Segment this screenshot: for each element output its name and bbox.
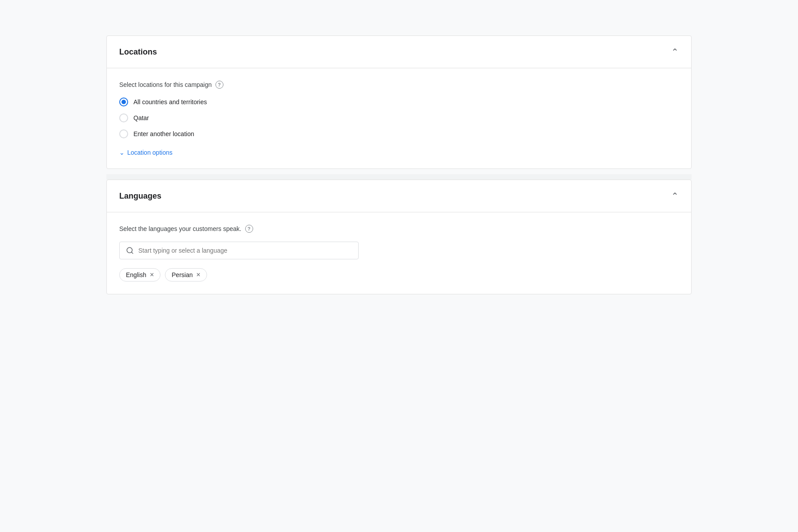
location-options-chevron-icon: ⌄ xyxy=(119,149,125,156)
tag-persian-remove[interactable]: × xyxy=(196,271,200,278)
svg-line-1 xyxy=(131,252,133,253)
languages-section: Languages ⌃ Select the languages your cu… xyxy=(106,180,692,294)
radio-label-all-countries: All countries and territories xyxy=(133,98,207,106)
location-options-link[interactable]: ⌄ Location options xyxy=(119,149,679,156)
radio-option-another-location[interactable]: Enter another location xyxy=(119,129,679,138)
tag-english: English × xyxy=(119,268,160,282)
tag-english-remove[interactable]: × xyxy=(150,271,154,278)
selected-languages-container: English × Persian × xyxy=(119,268,679,282)
section-divider xyxy=(106,174,692,180)
radio-label-qatar: Qatar xyxy=(133,114,149,121)
languages-collapse-icon[interactable]: ⌃ xyxy=(671,191,679,201)
location-radio-group: All countries and territories Qatar Ente… xyxy=(119,98,679,138)
locations-header: Locations ⌃ xyxy=(107,36,691,68)
locations-help-icon[interactable]: ? xyxy=(215,81,223,89)
location-options-label: Location options xyxy=(127,149,172,156)
radio-another-location[interactable] xyxy=(119,129,128,138)
tag-english-label: English xyxy=(126,271,146,278)
languages-header: Languages ⌃ xyxy=(107,180,691,212)
locations-label: Select locations for this campaign ? xyxy=(119,81,679,89)
radio-label-another-location: Enter another location xyxy=(133,130,194,137)
radio-option-qatar[interactable]: Qatar xyxy=(119,113,679,122)
radio-all-countries[interactable] xyxy=(119,98,128,106)
locations-section: Locations ⌃ Select locations for this ca… xyxy=(106,35,692,169)
radio-option-all-countries[interactable]: All countries and territories xyxy=(119,98,679,106)
languages-label: Select the languages your customers spea… xyxy=(119,225,679,233)
tag-persian-label: Persian xyxy=(172,271,192,278)
locations-body: Select locations for this campaign ? All… xyxy=(107,68,691,168)
locations-collapse-icon[interactable]: ⌃ xyxy=(671,47,679,57)
tag-persian: Persian × xyxy=(165,268,207,282)
languages-title: Languages xyxy=(119,192,161,201)
search-icon xyxy=(126,246,134,254)
radio-qatar[interactable] xyxy=(119,113,128,122)
language-search-input[interactable] xyxy=(138,247,352,254)
languages-help-icon[interactable]: ? xyxy=(245,225,253,233)
locations-title: Locations xyxy=(119,47,157,57)
languages-body: Select the languages your customers spea… xyxy=(107,212,691,294)
language-search-wrapper[interactable] xyxy=(119,242,359,259)
